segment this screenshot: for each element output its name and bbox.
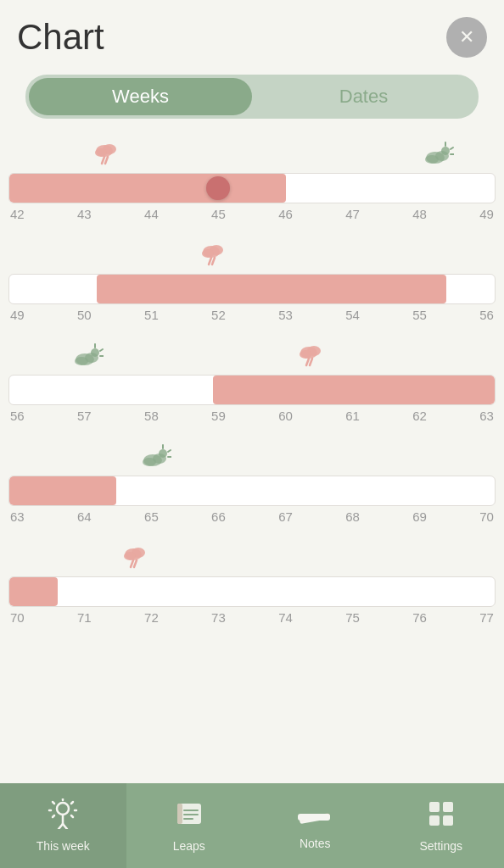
bar-fill (9, 174, 286, 203)
week-label: 52 (211, 308, 226, 322)
icons-row (8, 337, 496, 375)
week-label: 77 (479, 610, 494, 625)
week-label: 48 (412, 207, 427, 221)
week-label: 57 (77, 409, 92, 423)
week-label: 53 (278, 308, 293, 322)
svg-line-4 (105, 157, 108, 164)
svg-line-48 (53, 815, 54, 817)
week-label: 51 (144, 308, 159, 322)
nav-label-this-week: This week (36, 839, 90, 853)
chart-container: 4243444546474849 4950515253545556 565758… (0, 136, 504, 763)
svg-line-51 (63, 824, 67, 829)
week-label: 76 (412, 610, 427, 625)
chart-row: 5657585960616263 (8, 337, 496, 423)
svg-line-40 (134, 560, 137, 567)
week-label: 60 (278, 409, 293, 423)
week-labels: 5657585960616263 (8, 409, 496, 423)
leaps-nav-icon (174, 798, 204, 836)
nav-item-settings[interactable]: Settings (378, 783, 505, 868)
week-label: 63 (10, 509, 25, 524)
chart-row: 4950515253545556 (8, 236, 496, 322)
week-label: 56 (10, 409, 25, 423)
svg-line-18 (100, 349, 103, 351)
dates-tab[interactable]: Dates (252, 78, 475, 115)
week-label: 61 (345, 409, 360, 423)
icons-row (8, 438, 496, 476)
week-bar[interactable] (8, 476, 496, 506)
week-label: 58 (144, 409, 159, 423)
nav-item-this-week[interactable]: This week (0, 783, 126, 868)
close-icon: ✕ (459, 26, 474, 48)
svg-point-26 (300, 350, 311, 359)
week-label: 54 (345, 308, 360, 322)
week-label: 67 (278, 509, 293, 524)
notes-nav-icon (298, 802, 332, 833)
nav-item-notes[interactable]: Notes (252, 783, 378, 868)
nav-label-settings: Settings (419, 839, 462, 853)
header: Chart ✕ (0, 0, 504, 66)
icons-row (8, 136, 496, 173)
bottom-nav: This week Leaps Notes Settings (0, 783, 504, 868)
chart-row: 7071727374757677 (8, 539, 496, 625)
svg-rect-62 (429, 815, 440, 826)
nav-item-leaps[interactable]: Leaps (126, 783, 253, 868)
svg-point-35 (143, 458, 156, 466)
week-label: 59 (211, 409, 226, 423)
svg-point-23 (75, 357, 88, 365)
close-button[interactable]: ✕ (446, 17, 487, 58)
week-label: 44 (144, 207, 159, 221)
week-bar[interactable] (8, 375, 496, 405)
week-label: 56 (479, 308, 494, 322)
week-label: 70 (10, 610, 25, 625)
week-label: 74 (278, 610, 293, 625)
icons-row (8, 539, 496, 576)
week-labels: 4950515253545556 (8, 308, 496, 322)
settings-nav-icon (426, 798, 456, 836)
week-label: 64 (77, 509, 92, 524)
bar-fill (213, 376, 495, 404)
week-label: 47 (345, 207, 360, 221)
svg-rect-59 (298, 814, 330, 821)
bar-fill (9, 577, 58, 606)
segment-control: Weeks Dates (25, 75, 479, 119)
svg-line-45 (71, 815, 73, 817)
storm-pink-icon (120, 542, 150, 573)
week-label: 62 (412, 409, 427, 423)
svg-line-27 (306, 359, 309, 365)
this-week-nav-icon (48, 798, 78, 836)
cloud-sun-green-icon (71, 341, 104, 371)
svg-rect-60 (429, 802, 440, 812)
svg-rect-61 (443, 802, 453, 812)
week-label: 70 (479, 509, 494, 524)
week-label: 50 (77, 308, 92, 322)
storm-pink-icon (295, 341, 326, 371)
svg-point-41 (57, 803, 69, 815)
week-bar[interactable] (8, 274, 496, 304)
bar-handle[interactable] (206, 176, 230, 200)
week-bar[interactable] (8, 173, 496, 203)
nav-label-leaps: Leaps (173, 839, 205, 853)
svg-rect-63 (443, 815, 453, 826)
week-label: 42 (10, 207, 25, 221)
weeks-tab[interactable]: Weeks (29, 78, 252, 115)
svg-line-46 (53, 802, 54, 804)
week-label: 46 (278, 207, 293, 221)
bar-fill (97, 275, 446, 303)
svg-point-14 (202, 249, 214, 258)
svg-point-11 (425, 155, 439, 164)
nav-label-notes: Notes (300, 837, 331, 850)
week-label: 43 (77, 207, 92, 221)
week-label: 65 (144, 509, 159, 524)
svg-line-30 (168, 450, 171, 452)
storm-pink-icon (198, 240, 228, 270)
week-label: 55 (412, 308, 427, 322)
cloud-sun-green-icon (139, 442, 171, 472)
week-bar[interactable] (8, 576, 496, 607)
svg-line-16 (212, 258, 215, 264)
week-label: 75 (345, 610, 360, 625)
bar-fill (9, 476, 116, 505)
week-label: 45 (211, 207, 226, 221)
svg-line-6 (451, 147, 453, 149)
page-title: Chart (17, 17, 104, 58)
week-label: 49 (10, 308, 25, 322)
